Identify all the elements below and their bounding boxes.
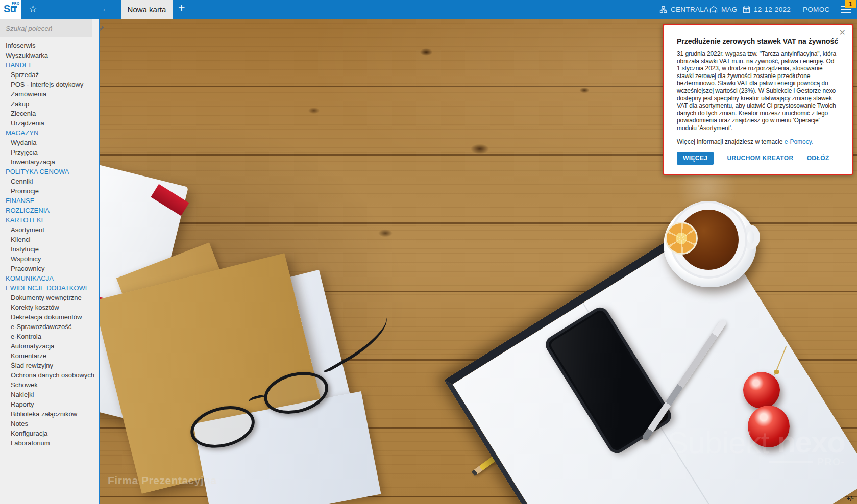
red-ornament-image bbox=[743, 372, 780, 409]
sidebar-item-e-kontrola[interactable]: e-Kontrola bbox=[0, 332, 99, 341]
ornament-cap-image bbox=[774, 370, 779, 374]
sidebar-section-komunikacja[interactable]: KOMUNIKACJA bbox=[0, 273, 99, 283]
corner-hint-text: +/- bbox=[847, 495, 854, 502]
warehouse-selector[interactable]: MAG bbox=[709, 0, 738, 19]
notification-actions: WIĘCEJ URUCHOM KREATOR ODŁÓŻ bbox=[677, 152, 839, 165]
sidebar-menu: InfoserwisWyszukiwarkaHANDELSprzedażPOS … bbox=[0, 37, 99, 448]
sidebar-item-wspolnicy[interactable]: Wspólnicy bbox=[0, 254, 99, 264]
watermark-product: Subiekt bbox=[667, 424, 769, 461]
sidebar-item-pos-interfejs-dotykowy[interactable]: POS - interfejs dotykowy bbox=[0, 80, 99, 89]
warehouse-icon bbox=[709, 6, 718, 13]
date-selector[interactable]: 12-12-2022 bbox=[743, 0, 791, 19]
sidebar-item-dokumenty-wewnetrzne[interactable]: Dokumenty wewnętrzne bbox=[0, 293, 99, 303]
calendar-icon bbox=[743, 6, 750, 13]
sidebar-item-promocje[interactable]: Promocje bbox=[0, 186, 99, 196]
sidebar-item-ochrona-danych-osobowych[interactable]: Ochrona danych osobowych bbox=[0, 370, 99, 380]
sidebar-section-ewidencje-dodatkowe[interactable]: EWIDENCJE DODATKOWE bbox=[0, 283, 99, 293]
watermark: Subiekt nexo PRO- bbox=[667, 424, 845, 461]
sidebar-section-rozliczenia[interactable]: ROZLICZENIA bbox=[0, 206, 99, 215]
add-tab-button[interactable]: + bbox=[178, 1, 185, 15]
top-bar: Su PRO ☆ ← Nowa karta + CENTRALA MAG 12-… bbox=[0, 0, 857, 19]
notification-count-badge[interactable]: 1 bbox=[845, 0, 856, 8]
notification-body: 31 grudnia 2022r. wygasa tzw. "Tarcza an… bbox=[677, 50, 839, 132]
sidebar-item-raporty[interactable]: Raporty bbox=[0, 399, 99, 409]
sidebar-item-instytucje[interactable]: Instytucje bbox=[0, 244, 99, 254]
sidebar-item-asortyment[interactable]: Asortyment bbox=[0, 225, 99, 235]
sidebar-item-slad-rewizyjny[interactable]: Ślad rewizyjny bbox=[0, 361, 99, 370]
notification-title: Przedłużenie zerowych stawek VAT na żywn… bbox=[677, 37, 839, 45]
date-label: 12-12-2022 bbox=[754, 6, 791, 13]
sidebar-item-laboratorium[interactable]: Laboratorium bbox=[0, 438, 99, 448]
back-arrow-icon[interactable]: ← bbox=[101, 3, 111, 14]
branch-selector[interactable]: CENTRALA bbox=[659, 0, 708, 19]
sidebar-item-cenniki[interactable]: Cenniki bbox=[0, 177, 99, 186]
notification-more-info: Więcej informacji znajdziesz w temacie e… bbox=[677, 138, 839, 145]
app-logo[interactable]: Su PRO bbox=[0, 0, 21, 19]
sidebar-item-inwentaryzacja[interactable]: Inwentaryzacja bbox=[0, 157, 99, 167]
app-logo-pro-badge: PRO bbox=[12, 2, 20, 5]
sidebar-item-zakup[interactable]: Zakup bbox=[0, 99, 99, 109]
sidebar-item-e-sprawozdawczosc[interactable]: e-Sprawozdawczość bbox=[0, 322, 99, 332]
sidebar-item-korekty-kosztow[interactable]: Korekty kosztów bbox=[0, 303, 99, 312]
run-wizard-button[interactable]: URUCHOM KREATOR bbox=[727, 155, 793, 162]
sidebar-item-wyszukiwarka[interactable]: Wyszukiwarka bbox=[0, 51, 99, 60]
sidebar-item-wydania[interactable]: Wydania bbox=[0, 138, 99, 147]
help-label: POMOC bbox=[803, 6, 830, 13]
sidebar-section-magazyn[interactable]: MAGAZYN bbox=[0, 128, 99, 138]
vat-notification-panel: ✕ Przedłużenie zerowych stawek VAT na ży… bbox=[663, 24, 853, 175]
org-hierarchy-icon bbox=[659, 6, 667, 13]
sidebar-item-przyjecia[interactable]: Przyjęcia bbox=[0, 147, 99, 157]
sidebar-item-zlecenia[interactable]: Zlecenia bbox=[0, 109, 99, 118]
warehouse-label: MAG bbox=[721, 6, 738, 13]
close-icon[interactable]: ✕ bbox=[839, 29, 846, 37]
company-name: Firma Prezentacyjna bbox=[108, 474, 217, 487]
epomoc-link[interactable]: e-Pomocy. bbox=[785, 138, 813, 145]
search-input[interactable] bbox=[0, 24, 97, 33]
sidebar-divider bbox=[99, 19, 100, 504]
lemon-slice-image bbox=[665, 222, 698, 255]
sidebar-item-notes[interactable]: Notes bbox=[0, 419, 99, 429]
branch-label: CENTRALA bbox=[671, 6, 708, 13]
sidebar-item-sprzedaz[interactable]: Sprzedaż bbox=[0, 70, 99, 80]
tab-new-card[interactable]: Nowa karta bbox=[121, 0, 173, 19]
more-button[interactable]: WIĘCEJ bbox=[677, 152, 714, 165]
sidebar-section-finanse[interactable]: FINANSE bbox=[0, 196, 99, 206]
sidebar: InfoserwisWyszukiwarkaHANDELSprzedażPOS … bbox=[0, 19, 99, 504]
sidebar-item-urzadzenia[interactable]: Urządzenia bbox=[0, 118, 99, 128]
sidebar-item-infoserwis[interactable]: Infoserwis bbox=[0, 41, 99, 51]
sidebar-item-komentarze[interactable]: Komentarze bbox=[0, 351, 99, 361]
gift-ribbon-top-image bbox=[151, 184, 189, 216]
sidebar-section-kartoteki[interactable]: KARTOTEKI bbox=[0, 215, 99, 225]
favorites-star-icon[interactable]: ☆ bbox=[29, 4, 37, 15]
app-logo-accent bbox=[11, 6, 17, 8]
sidebar-item-naklejki[interactable]: Naklejki bbox=[0, 390, 99, 399]
sidebar-item-zamowienia[interactable]: Zamówienia bbox=[0, 89, 99, 99]
sidebar-item-konfiguracja[interactable]: Konfiguracja bbox=[0, 429, 99, 438]
sidebar-item-pracownicy[interactable]: Pracownicy bbox=[0, 264, 99, 273]
sidebar-item-dekretacja-dokumentow[interactable]: Dekretacja dokumentów bbox=[0, 312, 99, 322]
command-search[interactable] bbox=[0, 19, 92, 37]
sidebar-section-handel[interactable]: HANDEL bbox=[0, 60, 99, 70]
watermark-brand: nexo bbox=[777, 425, 845, 459]
sidebar-item-klienci[interactable]: Klienci bbox=[0, 235, 99, 244]
sidebar-item-schowek[interactable]: Schowek bbox=[0, 380, 99, 390]
help-menu[interactable]: POMOC bbox=[803, 0, 830, 19]
sidebar-item-automatyzacja[interactable]: Automatyzacja bbox=[0, 341, 99, 351]
sidebar-section-polityka-cenowa[interactable]: POLITYKA CENOWA bbox=[0, 167, 99, 177]
sidebar-item-biblioteka-za-acznikow[interactable]: Biblioteka załączników bbox=[0, 409, 99, 419]
watermark-edition: PRO- bbox=[769, 456, 845, 468]
postpone-button[interactable]: ODŁÓŻ bbox=[807, 155, 829, 162]
